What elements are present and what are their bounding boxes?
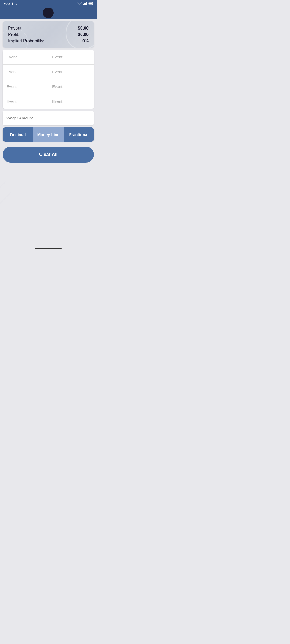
event-placeholder-6: Event [52,84,62,89]
profit-label: Profit: [8,32,19,37]
event-placeholder-4: Event [52,69,62,74]
status-bar: 7:33 ℹ G [0,0,97,8]
event-cell-2[interactable]: Event [48,50,94,65]
event-cell-4[interactable]: Event [48,65,94,79]
odds-selector: Decimal Money Line Fractional [3,127,94,142]
event-placeholder-7: Event [6,99,17,104]
decimal-button[interactable]: Decimal [3,127,33,142]
event-cell-8[interactable]: Event [48,94,94,109]
status-time: 7:33 [3,2,10,6]
battery-icon [88,2,93,6]
svg-rect-1 [84,3,85,5]
home-bar [35,248,62,249]
clear-all-button[interactable]: Clear All [3,147,94,163]
event-placeholder-3: Event [6,69,17,74]
implied-prob-label: Implied Probability: [8,39,44,43]
event-cell-3[interactable]: Event [3,65,48,79]
event-placeholder-1: Event [6,55,17,59]
implied-prob-row: Implied Probability: 0% [8,39,89,43]
event-cell-1[interactable]: Event [3,50,48,65]
google-icon: G [15,2,17,5]
event-placeholder-2: Event [52,55,62,59]
implied-prob-value: 0% [82,39,89,43]
event-placeholder-5: Event [6,84,17,89]
svg-rect-0 [83,4,84,5]
summary-card: Payout: $0.00 Profit: $0.00 Implied Prob… [3,21,94,48]
event-placeholder-8: Event [52,99,62,104]
payout-row: Payout: $0.00 [8,26,89,31]
wager-container[interactable] [3,111,94,125]
profit-value: $0.00 [78,32,89,37]
svg-rect-6 [89,2,92,4]
svg-rect-3 [86,2,87,5]
info-icon: ℹ [12,2,13,6]
status-left: 7:33 ℹ G [3,2,17,6]
profit-row: Profit: $0.00 [8,32,89,37]
event-cell-6[interactable]: Event [48,79,94,94]
event-cell-7[interactable]: Event [3,94,48,109]
status-right [77,2,93,6]
home-indicator [0,246,97,250]
signal-icon [83,2,87,6]
fractional-button[interactable]: Fractional [64,127,94,142]
wifi-icon [77,2,82,6]
decorative-line-3 [0,192,11,231]
wager-input[interactable] [6,116,90,120]
notch-area [0,8,97,19]
svg-rect-5 [93,3,93,4]
decoration-area [0,165,97,246]
svg-rect-2 [85,3,86,5]
moneyline-button[interactable]: Money Line [33,127,63,142]
event-cell-5[interactable]: Event [3,79,48,94]
payout-label: Payout: [8,26,23,31]
events-grid: Event Event Event Event Event Event Even… [3,50,94,109]
payout-value: $0.00 [78,26,89,31]
camera-notch [43,8,54,18]
